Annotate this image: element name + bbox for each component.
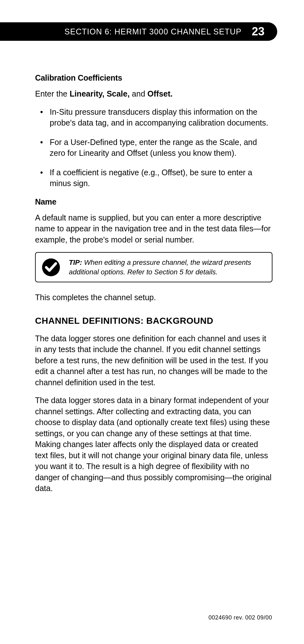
tip-body: When editing a pressure channel, the wiz… bbox=[69, 258, 251, 276]
section-label: SECTION 6: HERMIT 3000 CHANNEL SETUP bbox=[64, 27, 242, 36]
channel-definitions-heading: CHANNEL DEFINITIONS: BACKGROUND bbox=[35, 316, 272, 326]
calibration-intro: Enter the Linearity, Scale, and Offset. bbox=[35, 88, 272, 99]
definitions-paragraph-1: The data logger stores one definition fo… bbox=[35, 333, 272, 388]
text-bold: Offset. bbox=[148, 89, 173, 98]
page-number: 23 bbox=[252, 25, 264, 38]
text-run: and bbox=[130, 89, 148, 98]
name-paragraph: A default name is supplied, but you can … bbox=[35, 212, 272, 245]
name-heading: Name bbox=[35, 197, 272, 206]
text-bold: Linearity, Scale, bbox=[69, 89, 130, 98]
page-header: SECTION 6: HERMIT 3000 CHANNEL SETUP 23 bbox=[0, 22, 277, 41]
list-item: For a User-Defined type, enter the range… bbox=[35, 137, 272, 159]
list-item: In-Situ pressure transducers display thi… bbox=[35, 106, 272, 128]
list-item: If a coefficient is negative (e.g., Offs… bbox=[35, 167, 272, 189]
definitions-paragraph-2: The data logger stores data in a binary … bbox=[35, 395, 272, 494]
tip-text: TIP: When editing a pressure channel, th… bbox=[69, 258, 265, 277]
text-run: Enter the bbox=[35, 89, 69, 98]
completion-paragraph: This completes the channel setup. bbox=[35, 292, 272, 303]
tip-callout: TIP: When editing a pressure channel, th… bbox=[35, 252, 272, 282]
calibration-bullet-list: In-Situ pressure transducers display thi… bbox=[35, 106, 272, 189]
checkmark-icon bbox=[42, 258, 60, 276]
tip-label: TIP: bbox=[69, 258, 82, 266]
calibration-coefficients-heading: Calibration Coefficients bbox=[35, 73, 272, 83]
footer-revision: 0024690 rev. 002 09/00 bbox=[208, 614, 272, 621]
page-content: Calibration Coefficients Enter the Linea… bbox=[35, 73, 272, 501]
